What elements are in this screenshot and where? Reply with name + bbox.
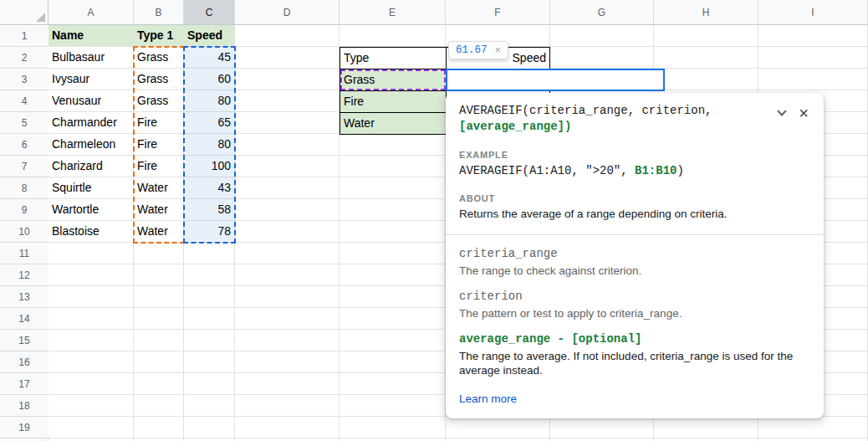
divider	[446, 234, 824, 235]
column-header-D[interactable]: D	[235, 0, 340, 25]
cell-B2[interactable]: Grass	[134, 47, 184, 69]
cell-E3[interactable]: Grass	[340, 69, 447, 91]
row-header-19[interactable]: 19	[0, 417, 49, 438]
column-header-C[interactable]: C	[184, 0, 235, 25]
spreadsheet: A B C D E F G H I 1 2 3 4 5 6 7 8 9 10 1…	[0, 0, 868, 441]
example-code: AVERAGEIF(A1:A10, ">20", B1:B10)	[459, 163, 810, 178]
column-header-G[interactable]: G	[550, 0, 654, 25]
cell-A6[interactable]: Charmeleon	[49, 134, 134, 156]
function-signature: AVERAGEIF(criteria_range, criterion, [av…	[459, 103, 810, 135]
row-header-14[interactable]: 14	[0, 308, 49, 330]
cell-A2[interactable]: Bulbasaur	[49, 47, 134, 69]
close-icon[interactable]: ×	[799, 106, 809, 120]
cell-E4[interactable]: Fire	[340, 90, 447, 113]
formula-preview-tooltip: 61.67 ×	[448, 41, 508, 59]
param-name-criterion: criterion	[459, 290, 810, 304]
cell-C2[interactable]: 45	[184, 47, 235, 69]
row-header-10[interactable]: 10	[0, 221, 49, 243]
row-header-7[interactable]: 7	[0, 156, 49, 177]
param-name-average-range: average_range - [optional]	[459, 332, 810, 346]
about-label: ABOUT	[459, 193, 810, 203]
column-header-I[interactable]: I	[758, 0, 868, 25]
row-header-11[interactable]: 11	[0, 243, 49, 264]
cell-B9[interactable]: Water	[134, 199, 184, 221]
param-desc-criteria-range: The range to check against criterion.	[459, 264, 810, 278]
cell-B4[interactable]: Grass	[134, 90, 184, 112]
chevron-down-icon[interactable]	[778, 106, 787, 115]
example-code-prefix: AVERAGEIF(A1:A10, ">20",	[459, 164, 635, 177]
row-header-13[interactable]: 13	[0, 286, 49, 308]
cell-B8[interactable]: Water	[134, 177, 184, 199]
cell-B3[interactable]: Grass	[134, 69, 184, 90]
cell-A10[interactable]: Blastoise	[49, 221, 134, 243]
cell-B10[interactable]: Water	[134, 221, 184, 243]
cell-C3[interactable]: 60	[184, 69, 235, 90]
learn-more-link[interactable]: Learn more	[459, 392, 517, 405]
cell-E2[interactable]: Type	[340, 47, 447, 69]
cell-C10[interactable]: 78	[184, 221, 235, 243]
cell-A7[interactable]: Charizard	[49, 156, 134, 177]
select-all-corner[interactable]	[0, 0, 49, 25]
signature-optional-arg: [average_range])	[459, 120, 571, 133]
column-header-B[interactable]: B	[134, 0, 184, 25]
function-help-popup: AVERAGEIF(criteria_range, criterion, [av…	[446, 93, 824, 418]
example-label: EXAMPLE	[459, 150, 810, 160]
row-header-5[interactable]: 5	[0, 112, 49, 134]
cell-B1[interactable]: Type 1	[134, 25, 184, 47]
cell-A5[interactable]: Charmander	[49, 112, 134, 134]
cell-C4[interactable]: 80	[184, 90, 235, 112]
cell-B5[interactable]: Fire	[134, 112, 184, 134]
row-header-15[interactable]: 15	[0, 330, 49, 351]
column-header-H[interactable]: H	[654, 0, 758, 25]
cell-C7[interactable]: 100	[184, 156, 235, 177]
row-header-16[interactable]: 16	[0, 351, 49, 373]
cell-editor-F3[interactable]: =AVERAGEIF(B2:B10, E3, C2:C10	[446, 69, 665, 91]
row-header-4[interactable]: 4	[0, 90, 49, 112]
param-desc-criterion: The pattern or test to apply to criteria…	[459, 306, 810, 320]
about-text: Returns the average of a range depending…	[459, 207, 810, 221]
cell-B7[interactable]: Fire	[134, 156, 184, 177]
column-header-A[interactable]: A	[49, 0, 134, 25]
row-header-8[interactable]: 8	[0, 177, 49, 199]
row-header-17[interactable]: 17	[0, 373, 49, 395]
cell-A4[interactable]: Venusaur	[49, 90, 134, 112]
row-header-9[interactable]: 9	[0, 199, 49, 221]
close-icon[interactable]: ×	[495, 45, 502, 55]
column-header-E[interactable]: E	[340, 0, 446, 25]
formula-preview-value: 61.67	[456, 44, 488, 56]
cell-E5[interactable]: Water	[340, 112, 447, 135]
row-header-3[interactable]: 3	[0, 69, 49, 90]
cell-C1[interactable]: Speed	[184, 25, 235, 47]
param-desc-average-range: The range to average. If not included, c…	[459, 349, 810, 377]
column-header-F[interactable]: F	[446, 0, 550, 25]
cell-B6[interactable]: Fire	[134, 134, 184, 156]
cell-C6[interactable]: 80	[184, 134, 235, 156]
popup-header-icons: ×	[779, 106, 809, 120]
signature-main: AVERAGEIF(criteria_range, criterion,	[459, 104, 712, 117]
example-code-suffix: )	[677, 164, 683, 177]
row-header-18[interactable]: 18	[0, 395, 49, 417]
cell-A3[interactable]: Ivysaur	[49, 69, 134, 90]
row-header-2[interactable]: 2	[0, 47, 49, 69]
cell-A9[interactable]: Wartortle	[49, 199, 134, 221]
row-header-12[interactable]: 12	[0, 264, 49, 286]
cell-C5[interactable]: 65	[184, 112, 235, 134]
param-name-criteria-range: criteria_range	[459, 247, 810, 261]
cell-C9[interactable]: 58	[184, 199, 235, 221]
cell-A1[interactable]: Name	[49, 25, 134, 47]
example-code-highlight: B1:B10	[635, 164, 677, 177]
select-all-triangle-icon	[36, 13, 45, 22]
cell-A8[interactable]: Squirtle	[49, 177, 134, 199]
cell-C8[interactable]: 43	[184, 177, 235, 199]
row-header-6[interactable]: 6	[0, 134, 49, 156]
row-header-1[interactable]: 1	[0, 25, 49, 47]
